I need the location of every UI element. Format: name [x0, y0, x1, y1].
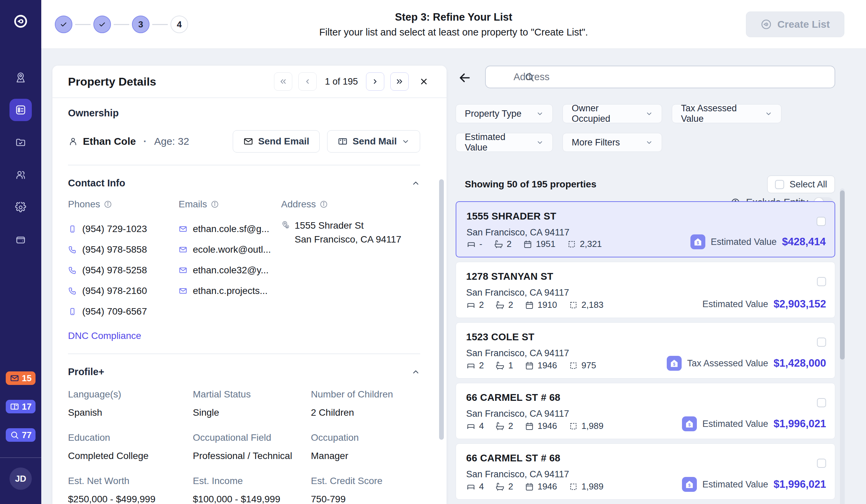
map-pin-home-icon: [281, 221, 290, 229]
sidebar: 15 17 77 JD: [0, 0, 41, 504]
email-address[interactable]: ethan.c.projects...: [193, 285, 268, 296]
property-cards-list: 1555 SHRADER ST San Francisco, CA 94117 …: [456, 201, 835, 504]
step-3-active[interactable]: 3: [132, 15, 149, 33]
prev-page-button[interactable]: [298, 72, 317, 91]
pagination: 1 of 195: [274, 72, 433, 91]
chevrons-right-icon: [395, 77, 404, 86]
phone-number[interactable]: (954) 978-5258: [82, 265, 147, 276]
check-icon: [98, 20, 106, 29]
bed-icon: [466, 239, 476, 249]
gear-icon: [15, 202, 26, 213]
email-row: ecole.work@outl...: [179, 239, 281, 260]
svg-text:$: $: [697, 240, 699, 245]
contact-grid: Phones (954) 729-1023 (954) 978-5858 (95…: [68, 199, 420, 322]
postcard-icon: [10, 402, 19, 411]
create-list-button[interactable]: Create List: [746, 11, 844, 37]
bath-icon: [495, 422, 505, 431]
profile-field: Language(s)Spanish: [68, 389, 193, 418]
sidebar-item-contacts[interactable]: [10, 164, 32, 186]
postcard-count-badge[interactable]: 17: [6, 400, 36, 413]
mail-icon: [243, 136, 253, 146]
property-value: $ Estimated Value $1,996,021: [682, 416, 826, 431]
estimated-value-filter[interactable]: Estimated Value: [456, 133, 553, 152]
dnc-compliance-link[interactable]: DNC Compliance: [68, 331, 141, 341]
property-card[interactable]: 66 CARMEL ST # 68 San Francisco, CA 9411…: [456, 444, 835, 500]
step-2-done[interactable]: [93, 15, 111, 33]
address-search-input[interactable]: [485, 66, 835, 88]
send-email-button[interactable]: Send Email: [233, 130, 320, 153]
select-all-checkbox[interactable]: [775, 180, 784, 189]
property-value: Estimated Value $2,903,152: [702, 298, 826, 310]
list-scrollbar[interactable]: [840, 188, 845, 504]
sidebar-item-map[interactable]: [10, 66, 32, 89]
property-checkbox[interactable]: [817, 217, 826, 226]
property-card[interactable]: 1555 SHRADER ST San Francisco, CA 94117 …: [456, 201, 835, 257]
collapse-profile-chevron-up-icon[interactable]: [411, 368, 420, 377]
email-address[interactable]: ethan.cole.sf@g...: [193, 224, 269, 234]
phone-number[interactable]: (954) 729-1023: [82, 224, 147, 234]
property-card[interactable]: 66 CARMEL ST # 68 San Francisco, CA 9411…: [456, 383, 835, 439]
profile-field: Est. Net Worth$250,000 - $499,999: [68, 475, 193, 504]
sidebar-item-settings[interactable]: [10, 196, 32, 219]
select-all-label: Select All: [790, 179, 827, 190]
chevron-down-icon: [536, 139, 544, 146]
bed-icon: [466, 422, 476, 431]
property-card[interactable]: 1278 STANYAN ST San Francisco, CA 94117 …: [456, 262, 835, 318]
last-page-button[interactable]: [390, 72, 409, 91]
search-count-badge[interactable]: 77: [6, 428, 36, 442]
area-icon: [569, 482, 578, 492]
owner-occupied-filter[interactable]: Owner Occupied: [563, 104, 662, 123]
user-avatar[interactable]: JD: [10, 468, 32, 490]
step-4-todo[interactable]: 4: [170, 15, 188, 33]
next-page-button[interactable]: [366, 72, 384, 91]
phone-number[interactable]: (954) 978-2160: [82, 285, 147, 296]
chevron-down-icon: [645, 110, 653, 117]
step-1-done[interactable]: [55, 15, 73, 33]
value-amount: $1,996,021: [774, 478, 826, 491]
first-page-button[interactable]: [274, 72, 292, 91]
chevron-down-icon: [536, 110, 544, 117]
property-checkbox[interactable]: [817, 459, 826, 468]
property-checkbox[interactable]: [817, 398, 826, 407]
value-amount: $1,996,021: [774, 418, 826, 430]
phone-number[interactable]: (954) 978-5858: [82, 244, 147, 255]
list-scrollbar-thumb[interactable]: [840, 190, 845, 360]
property-type-filter[interactable]: Property Type: [456, 104, 553, 123]
phone-row: (954) 978-5258: [68, 260, 179, 280]
profile-field: Est. Income$100,000 - $149,999: [193, 475, 311, 504]
address-search: [485, 66, 835, 88]
profile-grid: Language(s)Spanish Martial StatusSingle …: [68, 389, 420, 504]
address-label: Address: [281, 199, 420, 210]
sidebar-item-folders[interactable]: [10, 131, 32, 154]
tax-assessed-value-filter[interactable]: Tax Assessed Value: [672, 104, 781, 123]
sidebar-item-lists[interactable]: [10, 99, 32, 121]
email-address[interactable]: ethan.cole32@y...: [193, 265, 269, 276]
bath-icon: [495, 482, 505, 492]
mail-count-badge[interactable]: 15: [6, 371, 36, 385]
send-mail-button[interactable]: Send Mail: [327, 130, 420, 153]
select-all-button[interactable]: Select All: [767, 176, 835, 193]
collapse-contact-chevron-up-icon[interactable]: [411, 179, 420, 188]
house-dollar-icon: $: [682, 416, 697, 431]
more-filters-button[interactable]: More Filters: [563, 133, 662, 152]
property-checkbox[interactable]: [817, 338, 826, 347]
email-address[interactable]: ecole.work@outl...: [193, 244, 271, 255]
value-amount: $2,903,152: [774, 298, 826, 310]
panel-scrollbar[interactable]: [439, 179, 444, 440]
back-arrow-button[interactable]: [457, 70, 473, 86]
phone-row: (954) 729-1023: [68, 219, 179, 239]
value-amount: $428,414: [782, 236, 826, 248]
property-card[interactable]: 1523 COLE ST San Francisco, CA 94117 2 1…: [456, 322, 835, 379]
emails-label: Emails: [179, 199, 281, 210]
phone-number[interactable]: (954) 709-6567: [82, 306, 147, 317]
send-mail-label: Send Mail: [353, 136, 397, 147]
sidebar-item-wallet[interactable]: [10, 229, 32, 251]
address-text: 1555 Shrader StSan Francisco, CA 94117: [295, 219, 401, 246]
profile-title: Profile+: [68, 366, 104, 378]
app-logo-eye-icon[interactable]: [10, 10, 32, 33]
close-panel-button[interactable]: [415, 72, 433, 91]
property-checkbox[interactable]: [817, 277, 826, 286]
calendar-icon: [525, 422, 534, 431]
property-details-panel: Property Details 1 of 195 Ownership: [53, 66, 446, 504]
profile-header: Profile+: [68, 366, 420, 378]
